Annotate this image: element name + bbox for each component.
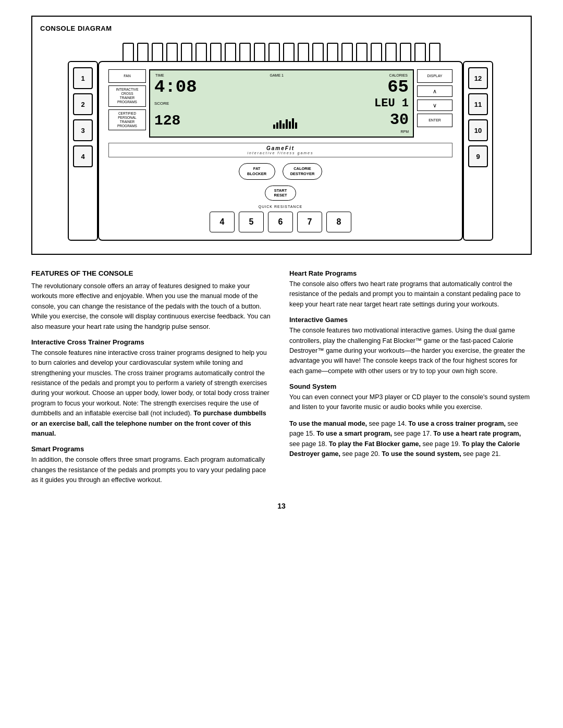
tooth: [123, 43, 134, 61]
bottom-nav-text: To use the manual mode, see page 14. To …: [289, 419, 532, 460]
arm-key-4[interactable]: 4: [73, 145, 93, 167]
lcd-time-value: 4:08: [154, 78, 197, 96]
start-reset-button[interactable]: STARTRESET: [265, 186, 296, 201]
heart-rate-heading: Heart Rate Programs: [289, 269, 532, 277]
tooth: [429, 43, 440, 61]
smart-programs-body: In addition, the console offers three sm…: [31, 455, 274, 485]
arm-key-12[interactable]: 12: [468, 67, 488, 89]
bar-2: [276, 122, 278, 129]
features-heading: FEATURES OF THE CONSOLE: [31, 269, 274, 277]
tooth: [385, 43, 397, 61]
tooth: [225, 43, 236, 61]
bar-7: [292, 118, 294, 129]
tooth: [371, 43, 382, 61]
lcd-graph-row: 128: [154, 111, 409, 129]
tooth: [166, 43, 178, 61]
console-diagram-title: CONSOLE DIAGRAM: [40, 24, 523, 32]
tooth: [152, 43, 163, 61]
tooth: [210, 43, 222, 61]
num-btn-4[interactable]: 4: [210, 212, 235, 232]
num-btn-6[interactable]: 6: [268, 212, 293, 232]
console-top-row: FAN INTERACTIVECROSSTRAINERPROGRAMS CERT…: [108, 69, 452, 138]
console-inner: FAN INTERACTIVECROSSTRAINERPROGRAMS CERT…: [108, 69, 452, 232]
page-number: 13: [31, 502, 532, 510]
lcd-score-label: SCORE: [154, 101, 169, 106]
text-section: FEATURES OF THE CONSOLE The revolutionar…: [31, 269, 532, 491]
tooth: [195, 43, 207, 61]
left-buttons: FAN INTERACTIVECROSSTRAINERPROGRAMS CERT…: [108, 69, 146, 130]
left-arm-panel: 1 2 3 4: [68, 61, 98, 241]
left-text-col: FEATURES OF THE CONSOLE The revolutionar…: [31, 269, 274, 491]
smart-programs-heading: Smart Programs: [31, 445, 274, 453]
tooth: [268, 43, 280, 61]
tooth: [312, 43, 324, 61]
console-body: FAN INTERACTIVECROSSTRAINERPROGRAMS CERT…: [98, 61, 463, 241]
interactive-games-heading: Interactive Games: [289, 316, 532, 324]
teeth-row: [123, 43, 440, 61]
quick-resistance-label: QUICK RESISTANCE: [108, 205, 452, 208]
rpm-label: RPM: [400, 130, 409, 133]
lcd-calories-value: 65: [387, 78, 409, 96]
down-arrow-button[interactable]: ∨: [417, 100, 452, 111]
interactive-games-body: The console features two motivational in…: [289, 326, 532, 376]
enter-button[interactable]: ENTER: [417, 114, 452, 127]
lcd-lev-num: 30: [390, 111, 409, 129]
heart-rate-body: The console also offers two heart rate p…: [289, 279, 532, 310]
game-buttons-row: FATBLOCKER CALORIEDESTROYER: [108, 163, 452, 180]
tooth: [298, 43, 309, 61]
display-button[interactable]: DISPLAY: [417, 69, 452, 83]
lcd-score-value: 128: [154, 113, 180, 129]
lcd-mid-row: SCORE LEU 1: [154, 97, 409, 110]
num-btn-5[interactable]: 5: [239, 212, 264, 232]
tooth: [137, 43, 149, 61]
right-text-col: Heart Rate Programs The console also off…: [289, 269, 532, 491]
lcd-lev-block: LEU 1: [374, 97, 409, 110]
fat-blocker-button[interactable]: FATBLOCKER: [239, 163, 275, 180]
features-body: The revolutionary console offers an arra…: [31, 281, 274, 332]
right-arm-panel: 12 11 10 9: [463, 61, 493, 241]
console-outer: 1 2 3 4 FAN INT: [40, 38, 523, 246]
lcd-calories-label: CALORIES: [389, 73, 408, 77]
bar-4: [283, 124, 285, 129]
sound-system-body: You can even connect your MP3 player or …: [289, 392, 532, 413]
start-reset-row: STARTRESET: [108, 186, 452, 201]
tooth: [414, 43, 426, 61]
gamefit-area: GameFit interactive fitness games: [108, 143, 452, 157]
num-btn-8[interactable]: 8: [326, 212, 351, 232]
tooth: [181, 43, 192, 61]
page: CONSOLE DIAGRAM: [0, 0, 563, 728]
gamefit-title: GameFit: [113, 145, 448, 151]
lcd-score-block: SCORE: [154, 101, 169, 106]
tooth: [356, 43, 368, 61]
right-buttons: DISPLAY ∧ ∨ ENTER: [417, 69, 452, 127]
tooth: [400, 43, 411, 61]
interactive-cross-button[interactable]: INTERACTIVECROSSTRAINERPROGRAMS: [108, 85, 146, 107]
bar-5: [286, 119, 288, 129]
bar-1: [273, 125, 275, 129]
lcd-header: TIME GAME 1 CALORIES: [154, 73, 409, 77]
bar-3: [279, 120, 282, 129]
arm-key-2[interactable]: 2: [73, 93, 93, 115]
lcd-time-label: TIME: [155, 73, 164, 77]
lcd-lev-label: LEU 1: [374, 97, 409, 110]
arm-key-3[interactable]: 3: [73, 119, 93, 141]
console-with-arms: 1 2 3 4 FAN INT: [68, 61, 495, 241]
number-buttons-row: 4 5 6 7 8: [108, 212, 452, 232]
interactive-cross-heading: Interactive Cross Trainer Programs: [31, 338, 274, 346]
lcd-game1-label: GAME 1: [270, 73, 283, 77]
up-arrow-button[interactable]: ∧: [417, 85, 452, 97]
arm-key-1[interactable]: 1: [73, 67, 93, 89]
calorie-destroyer-button[interactable]: CALORIEDESTROYER: [283, 163, 323, 180]
arm-key-11[interactable]: 11: [468, 93, 488, 115]
arm-key-10[interactable]: 10: [468, 119, 488, 141]
tooth: [283, 43, 295, 61]
arm-key-9[interactable]: 9: [468, 145, 488, 167]
lcd-main-row: 4:08 65: [154, 78, 409, 96]
fan-button[interactable]: FAN: [108, 69, 146, 83]
sound-system-heading: Sound System: [289, 382, 532, 390]
lcd-rpm-row: RPM: [154, 130, 409, 133]
interactive-cross-body: The console features nine interactive cr…: [31, 348, 274, 439]
num-btn-7[interactable]: 7: [297, 212, 322, 232]
mini-bar-chart: [273, 117, 297, 129]
certified-personal-button[interactable]: CERTIFIEDPERSONALTRAINERPROGRAMS: [108, 109, 146, 131]
